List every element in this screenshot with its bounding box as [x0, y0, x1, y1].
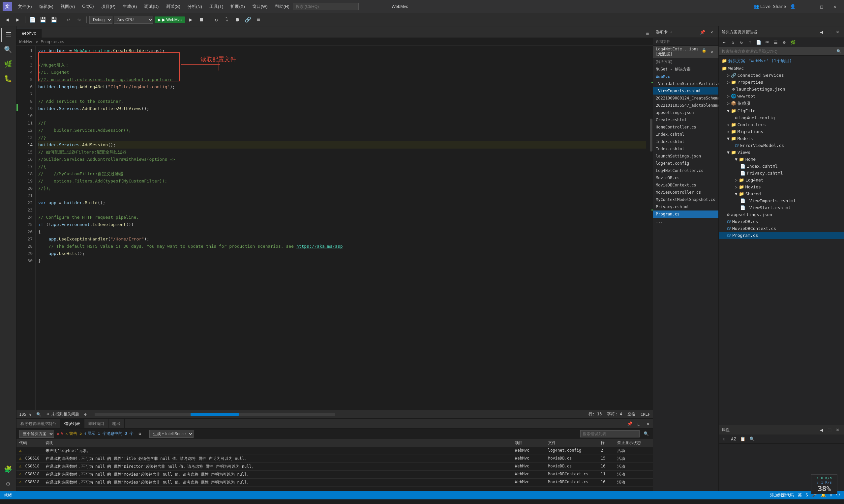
tree-cfgfile[interactable]: ▼📁CfgFile [719, 107, 844, 114]
tree-moviedb[interactable]: C#MovieDB.cs [719, 218, 844, 225]
fl-close-button[interactable]: ✕ [708, 28, 716, 36]
menu-file[interactable]: 文件(F) [15, 2, 35, 11]
attach-debugger-button[interactable]: ▶ [186, 15, 195, 24]
tree-models[interactable]: ▼📁Models [719, 135, 844, 142]
se-float-button[interactable]: ⬚ [826, 28, 833, 36]
menu-debug[interactable]: 调试(D) [141, 2, 162, 11]
se-filter-button[interactable]: ☰ [772, 38, 780, 47]
breakpoint-button[interactable]: ⏺ [233, 15, 242, 24]
fl-item-index1[interactable]: Index.cshtml [653, 131, 718, 138]
split-editor-button[interactable]: ⊞ [645, 30, 650, 38]
menu-edit[interactable]: 编辑(E) [36, 2, 57, 11]
prop-pages-button[interactable]: 📋 [739, 435, 747, 443]
back-button[interactable]: ◀ [3, 15, 12, 24]
se-refresh-button[interactable]: ↻ [738, 38, 745, 47]
menu-tools[interactable]: 工具(T) [206, 2, 227, 11]
menu-help[interactable]: 帮助(H) [272, 2, 293, 11]
menu-view[interactable]: 视图(V) [57, 2, 78, 11]
prop-pin-button[interactable]: ◀ [817, 426, 826, 434]
step-over-button[interactable]: ⤵ [222, 15, 231, 24]
fl-item-log4netcontroller[interactable]: Log4NetController.cs [653, 167, 718, 174]
fl-pin-button[interactable]: 📌 [699, 28, 707, 36]
tree-dependencies[interactable]: ▷📦依赖项 [719, 100, 844, 107]
prop-close-button[interactable]: ✕ [833, 426, 841, 434]
fl-item-validation[interactable]: _ValidationScriptsPartial.cshtml [653, 80, 718, 87]
code-editor[interactable]: 12345 678910 11121314 1516171819 2021222… [16, 46, 653, 410]
menu-test[interactable]: 测试(S) [162, 2, 183, 11]
activity-search[interactable]: 🔍 [1, 42, 16, 57]
se-show-files-button[interactable]: 📄 [755, 38, 762, 47]
menu-extensions[interactable]: 扩展(X) [227, 2, 248, 11]
debug-config-dropdown[interactable]: Debug [89, 16, 113, 24]
menu-analyze[interactable]: 分析(N) [184, 2, 205, 11]
activity-extensions[interactable]: 🧩 [1, 462, 16, 476]
error-row-5[interactable]: ⚠ CS8618 在退出构造函数时，不可为 null 的 属性'Movies'必… [16, 479, 653, 487]
tree-viewimports[interactable]: 📄_ViewImports.cshtml [719, 197, 844, 204]
se-search-icon[interactable]: 🔍 [837, 49, 841, 54]
fl-item-launchsettings[interactable]: launchSettings.json [653, 152, 718, 160]
tab-immediate[interactable]: 即时窗口 [84, 419, 108, 428]
tree-webmvc[interactable]: 📁WebMvc [719, 65, 844, 72]
tree-views[interactable]: ▼📁Views [719, 149, 844, 156]
error-row-2[interactable]: ⚠ CS8618 在退出构造函数时，不可为 null 的 属性'Title'必须… [16, 455, 653, 463]
scope-filter[interactable]: 整个解决方案 [19, 430, 54, 438]
cpu-config-dropdown[interactable]: Any CPU [114, 16, 153, 24]
tree-appsettings[interactable]: ⚙appsettings.json [719, 211, 844, 218]
tree-home[interactable]: ▼📁Home [719, 156, 844, 163]
save-button[interactable]: 💾 [38, 15, 48, 24]
close-panel-button[interactable]: ✕ [644, 420, 652, 428]
close-button[interactable]: ✕ [828, 2, 841, 12]
tab-package-manager[interactable]: 程序包管理器控制台 [16, 419, 60, 428]
fl-item-program[interactable]: Program.cs [653, 211, 718, 218]
tree-controllers[interactable]: ▷📁Controllers [719, 121, 844, 128]
activity-solution-explorer[interactable]: ☰ [1, 28, 16, 42]
tree-log4net-folder[interactable]: ▷📁Log4net [719, 177, 844, 183]
minimize-button[interactable]: — [802, 2, 815, 12]
se-pin-button[interactable]: ◀ [817, 28, 826, 36]
tree-index-cshtml[interactable]: 📄Index.cshtml [719, 163, 844, 170]
maximize-button[interactable]: □ [815, 2, 828, 12]
error-row-4[interactable]: ⚠ CS8618 在退出构造函数时，不可为 null 的 属性'Movies'必… [16, 471, 653, 479]
menu-git[interactable]: Git(G) [79, 2, 97, 11]
save-all-button[interactable]: 💾 [49, 15, 58, 24]
se-home-button[interactable]: ⌂ [729, 38, 737, 47]
tree-movies-folder[interactable]: ▷📁Movies [719, 183, 844, 191]
tree-properties[interactable]: ▷📁Properties [719, 79, 844, 86]
fl-item-moviedb[interactable]: MovieDB.cs [653, 174, 718, 181]
more-button[interactable]: ≡ [254, 15, 263, 24]
error-row-3[interactable]: ⚠ CS8618 在退出构造函数时，不可为 null 的 属性'Director… [16, 463, 653, 471]
error-row-1[interactable]: ⚠ 未声明'log4net'元素。 WebMvc log4net.config … [16, 447, 653, 455]
build-filter[interactable]: 生成 + IntelliSense [149, 430, 193, 438]
tree-solution[interactable]: 📁解决方案 'WebMvc' (1个项目) [719, 57, 844, 65]
prop-float-button[interactable]: ⬚ [826, 426, 833, 434]
se-collapse-button[interactable]: ⬆ [746, 38, 754, 47]
tree-viewstart[interactable]: 📄_ViewStart.cshtml [719, 204, 844, 211]
tree-log4net-config[interactable]: ⚙log4net.config [719, 114, 844, 121]
stop-button[interactable]: ⏹ [197, 15, 206, 24]
language-label[interactable]: 英 [798, 492, 802, 498]
redo-button[interactable]: ↪ [74, 15, 84, 24]
se-close-button[interactable]: ✕ [833, 28, 841, 36]
activity-debug[interactable]: 🐛 [1, 71, 16, 86]
tree-errorviewmodel[interactable]: C#ErrorViewModel.cs [719, 142, 844, 149]
nuget-solution-item[interactable]: NuGet - 解决方案 [653, 65, 718, 73]
tree-program[interactable]: C#Program.cs [719, 232, 844, 239]
fl-item-more[interactable]: ... [653, 218, 718, 225]
tree-privacy-cshtml[interactable]: 📄Privacy.cshtml [719, 170, 844, 177]
run-button[interactable]: ▶ ▶ WebMvc [155, 16, 185, 23]
error-search[interactable] [580, 430, 640, 437]
prop-sort-category[interactable]: ⊞ [720, 435, 728, 443]
refresh-button[interactable]: ↻ [212, 15, 221, 24]
menu-build[interactable]: 生成(B) [119, 2, 140, 11]
tree-migrations[interactable]: ▷📁Migrations [719, 128, 844, 135]
nuget-close-button[interactable]: ✕ [708, 48, 716, 56]
code-content[interactable]: 读取配置文件 var builder = WebApplication.Crea… [36, 46, 649, 410]
tree-moviedbcontext[interactable]: C#MovieDBContext.cs [719, 225, 844, 232]
forward-button[interactable]: ▶ [13, 15, 22, 24]
nuget-panel-item[interactable]: Log4NetExte...ions [元数据] 🔒 ✕ [653, 46, 718, 58]
float-button[interactable]: ⬚ [635, 420, 643, 428]
search-errors-button[interactable]: 🔍 [642, 430, 650, 438]
fl-item-log4net[interactable]: log4net.config [653, 160, 718, 167]
fl-item-appsettings[interactable]: appsettings.json [653, 109, 718, 116]
tree-connected-services[interactable]: ▷🔗Connected Services [719, 72, 844, 79]
